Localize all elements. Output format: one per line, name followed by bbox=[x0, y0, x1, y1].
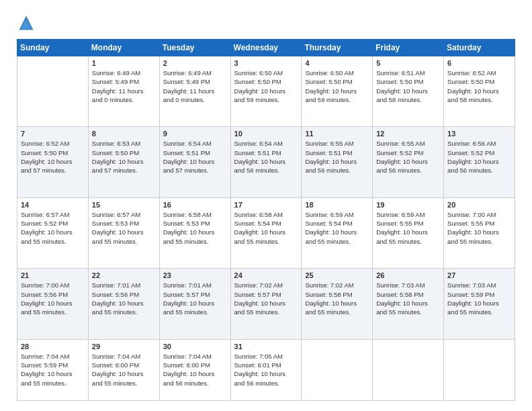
day-info: Sunrise: 7:04 AM Sunset: 5:59 PM Dayligh… bbox=[21, 352, 85, 387]
day-number: 1 bbox=[92, 59, 156, 67]
weekday-header-tuesday: Tuesday bbox=[159, 40, 230, 56]
day-number: 17 bbox=[234, 201, 298, 209]
calendar-cell: 24Sunrise: 7:02 AM Sunset: 5:57 PM Dayli… bbox=[230, 269, 302, 339]
calendar-week-2: 7Sunrise: 6:52 AM Sunset: 5:50 PM Daylig… bbox=[17, 127, 515, 197]
day-info: Sunrise: 6:53 AM Sunset: 5:50 PM Dayligh… bbox=[92, 139, 156, 175]
day-info: Sunrise: 7:04 AM Sunset: 6:00 PM Dayligh… bbox=[92, 352, 156, 387]
day-number: 15 bbox=[92, 201, 156, 209]
day-number: 21 bbox=[21, 271, 85, 279]
day-info: Sunrise: 7:02 AM Sunset: 5:58 PM Dayligh… bbox=[305, 281, 369, 316]
calendar-cell: 22Sunrise: 7:01 AM Sunset: 5:56 PM Dayli… bbox=[88, 269, 159, 339]
weekday-header-friday: Friday bbox=[373, 40, 444, 56]
weekday-header-row: SundayMondayTuesdayWednesdayThursdayFrid… bbox=[17, 40, 515, 56]
calendar-cell: 3Sunrise: 6:50 AM Sunset: 5:50 PM Daylig… bbox=[230, 56, 302, 127]
day-info: Sunrise: 7:05 AM Sunset: 6:01 PM Dayligh… bbox=[234, 352, 298, 387]
calendar-cell: 18Sunrise: 6:59 AM Sunset: 5:54 PM Dayli… bbox=[302, 197, 373, 268]
calendar-cell: 12Sunrise: 6:55 AM Sunset: 5:52 PM Dayli… bbox=[373, 127, 444, 197]
day-info: Sunrise: 6:56 AM Sunset: 5:52 PM Dayligh… bbox=[447, 139, 511, 175]
calendar-week-3: 14Sunrise: 6:57 AM Sunset: 5:52 PM Dayli… bbox=[17, 197, 515, 268]
day-number: 23 bbox=[163, 271, 227, 279]
day-info: Sunrise: 6:54 AM Sunset: 5:51 PM Dayligh… bbox=[234, 139, 298, 175]
day-number: 4 bbox=[305, 59, 369, 67]
calendar-cell: 29Sunrise: 7:04 AM Sunset: 6:00 PM Dayli… bbox=[88, 339, 159, 400]
day-number: 29 bbox=[92, 342, 156, 351]
day-info: Sunrise: 6:57 AM Sunset: 5:52 PM Dayligh… bbox=[21, 210, 85, 246]
day-number: 30 bbox=[163, 342, 227, 351]
calendar-week-1: 1Sunrise: 6:49 AM Sunset: 5:49 PM Daylig… bbox=[17, 56, 515, 127]
day-info: Sunrise: 6:49 AM Sunset: 5:49 PM Dayligh… bbox=[163, 68, 227, 104]
calendar-cell: 27Sunrise: 7:03 AM Sunset: 5:59 PM Dayli… bbox=[444, 269, 515, 339]
day-number: 31 bbox=[234, 342, 298, 351]
calendar-cell: 21Sunrise: 7:00 AM Sunset: 5:56 PM Dayli… bbox=[17, 269, 89, 339]
day-number: 16 bbox=[163, 201, 227, 209]
calendar-cell bbox=[302, 339, 373, 400]
day-info: Sunrise: 6:54 AM Sunset: 5:51 PM Dayligh… bbox=[163, 139, 227, 175]
calendar-cell: 13Sunrise: 6:56 AM Sunset: 5:52 PM Dayli… bbox=[444, 127, 515, 197]
calendar-cell: 10Sunrise: 6:54 AM Sunset: 5:51 PM Dayli… bbox=[230, 127, 302, 197]
day-number: 26 bbox=[376, 271, 440, 279]
calendar-cell: 4Sunrise: 6:50 AM Sunset: 5:50 PM Daylig… bbox=[302, 56, 373, 127]
weekday-header-sunday: Sunday bbox=[17, 40, 89, 56]
weekday-header-thursday: Thursday bbox=[302, 40, 373, 56]
day-number: 9 bbox=[163, 130, 227, 138]
calendar-cell: 14Sunrise: 6:57 AM Sunset: 5:52 PM Dayli… bbox=[17, 197, 89, 268]
day-number: 22 bbox=[92, 271, 156, 279]
calendar-week-5: 28Sunrise: 7:04 AM Sunset: 5:59 PM Dayli… bbox=[17, 339, 515, 400]
calendar-cell: 31Sunrise: 7:05 AM Sunset: 6:01 PM Dayli… bbox=[230, 339, 302, 400]
calendar-cell bbox=[373, 339, 444, 400]
day-info: Sunrise: 6:51 AM Sunset: 5:50 PM Dayligh… bbox=[376, 68, 440, 104]
calendar-cell: 5Sunrise: 6:51 AM Sunset: 5:50 PM Daylig… bbox=[373, 56, 444, 127]
calendar-cell bbox=[444, 339, 515, 400]
weekday-header-saturday: Saturday bbox=[444, 40, 515, 56]
header bbox=[17, 13, 515, 32]
day-number: 18 bbox=[305, 201, 369, 209]
calendar-cell: 26Sunrise: 7:03 AM Sunset: 5:58 PM Dayli… bbox=[373, 269, 444, 339]
calendar-cell: 1Sunrise: 6:49 AM Sunset: 5:49 PM Daylig… bbox=[88, 56, 159, 127]
day-info: Sunrise: 6:50 AM Sunset: 5:50 PM Dayligh… bbox=[305, 68, 369, 104]
day-number: 27 bbox=[447, 271, 511, 279]
calendar-table: SundayMondayTuesdayWednesdayThursdayFrid… bbox=[17, 39, 515, 401]
calendar-cell: 25Sunrise: 7:02 AM Sunset: 5:58 PM Dayli… bbox=[302, 269, 373, 339]
day-number: 14 bbox=[21, 201, 85, 209]
day-number: 5 bbox=[376, 59, 440, 67]
calendar-cell: 19Sunrise: 6:59 AM Sunset: 5:55 PM Dayli… bbox=[373, 197, 444, 268]
page: SundayMondayTuesdayWednesdayThursdayFrid… bbox=[0, 0, 532, 411]
logo-icon bbox=[17, 13, 36, 32]
day-number: 19 bbox=[376, 201, 440, 209]
calendar-cell: 30Sunrise: 7:04 AM Sunset: 6:00 PM Dayli… bbox=[159, 339, 230, 400]
day-number: 10 bbox=[234, 130, 298, 138]
calendar-cell: 9Sunrise: 6:54 AM Sunset: 5:51 PM Daylig… bbox=[159, 127, 230, 197]
day-info: Sunrise: 6:57 AM Sunset: 5:53 PM Dayligh… bbox=[92, 210, 156, 246]
day-number: 20 bbox=[447, 201, 511, 209]
day-info: Sunrise: 6:59 AM Sunset: 5:54 PM Dayligh… bbox=[305, 210, 369, 246]
day-info: Sunrise: 6:50 AM Sunset: 5:50 PM Dayligh… bbox=[234, 68, 298, 104]
day-info: Sunrise: 6:55 AM Sunset: 5:51 PM Dayligh… bbox=[305, 139, 369, 175]
day-number: 2 bbox=[163, 59, 227, 67]
day-number: 6 bbox=[447, 59, 511, 67]
day-info: Sunrise: 7:00 AM Sunset: 5:55 PM Dayligh… bbox=[447, 210, 511, 246]
day-number: 28 bbox=[21, 342, 85, 351]
day-number: 12 bbox=[376, 130, 440, 138]
day-info: Sunrise: 7:00 AM Sunset: 5:56 PM Dayligh… bbox=[21, 281, 85, 316]
calendar-cell: 28Sunrise: 7:04 AM Sunset: 5:59 PM Dayli… bbox=[17, 339, 89, 400]
logo bbox=[17, 13, 38, 32]
calendar-cell: 2Sunrise: 6:49 AM Sunset: 5:49 PM Daylig… bbox=[159, 56, 230, 127]
day-number: 13 bbox=[447, 130, 511, 138]
calendar-cell: 20Sunrise: 7:00 AM Sunset: 5:55 PM Dayli… bbox=[444, 197, 515, 268]
day-info: Sunrise: 7:01 AM Sunset: 5:56 PM Dayligh… bbox=[92, 281, 156, 316]
day-info: Sunrise: 6:58 AM Sunset: 5:53 PM Dayligh… bbox=[163, 210, 227, 246]
day-number: 25 bbox=[305, 271, 369, 279]
day-info: Sunrise: 7:03 AM Sunset: 5:59 PM Dayligh… bbox=[447, 281, 511, 316]
weekday-header-monday: Monday bbox=[88, 40, 159, 56]
calendar-week-4: 21Sunrise: 7:00 AM Sunset: 5:56 PM Dayli… bbox=[17, 269, 515, 339]
calendar-cell: 6Sunrise: 6:52 AM Sunset: 5:50 PM Daylig… bbox=[444, 56, 515, 127]
calendar-cell: 8Sunrise: 6:53 AM Sunset: 5:50 PM Daylig… bbox=[88, 127, 159, 197]
day-info: Sunrise: 6:55 AM Sunset: 5:52 PM Dayligh… bbox=[376, 139, 440, 175]
calendar-cell: 11Sunrise: 6:55 AM Sunset: 5:51 PM Dayli… bbox=[302, 127, 373, 197]
day-info: Sunrise: 6:59 AM Sunset: 5:55 PM Dayligh… bbox=[376, 210, 440, 246]
day-info: Sunrise: 7:04 AM Sunset: 6:00 PM Dayligh… bbox=[163, 352, 227, 387]
day-info: Sunrise: 6:52 AM Sunset: 5:50 PM Dayligh… bbox=[21, 139, 85, 175]
calendar-cell: 7Sunrise: 6:52 AM Sunset: 5:50 PM Daylig… bbox=[17, 127, 89, 197]
day-info: Sunrise: 7:03 AM Sunset: 5:58 PM Dayligh… bbox=[376, 281, 440, 316]
day-number: 24 bbox=[234, 271, 298, 279]
